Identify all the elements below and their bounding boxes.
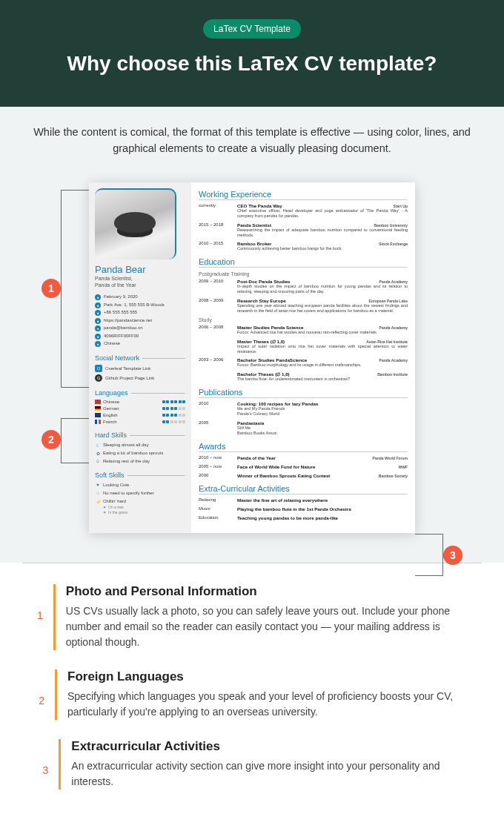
cv-name: Panda Bear [95, 264, 185, 275]
cv-skill-row: ♥Looking Cute [95, 482, 185, 488]
cv-work-heading: Working Experience [199, 190, 408, 200]
entry-desc: Focus: Advanced rice hat studies and nou… [237, 330, 408, 335]
entry-title: Master Theses (∅ 1,0) [237, 339, 285, 344]
info-text: 4096R/FF00FF00 [104, 334, 139, 338]
flag-icon [95, 406, 101, 411]
note-item: 3 Extracurricular Activities An extracur… [37, 739, 467, 790]
entry-desc: Continuously achieving better bamboo ban… [237, 246, 408, 251]
cv-photo [95, 188, 176, 259]
cv-entry: Relaxing Master the fine art of relaxing… [199, 497, 408, 503]
header: LaTex CV Template Why choose this LaTeX … [0, 0, 504, 107]
entry-title: Bamboo Broker [237, 241, 271, 246]
skill-icon: ☾ [95, 442, 101, 448]
cv-skill-row: ✿Eating a lot of bamboo sprouts [95, 450, 185, 456]
social-icon: G [95, 374, 102, 382]
entry-org: Asian Rice Hat Institute [366, 340, 408, 344]
entry-org: Stock Exchange [379, 242, 408, 246]
lang-name: French [103, 420, 117, 424]
cv-entry: currently CEO The Panda WayStart Up Chie… [199, 203, 408, 219]
entry-date: 2006 – 2008 [199, 325, 231, 335]
cv-info-row: ●Park Ave. 1, 555 555 B-Woods [95, 302, 185, 308]
cv-info-row: ●https://pandascience.net [95, 318, 185, 324]
entry-desc: Spending one year abroad teaching europe… [237, 303, 408, 314]
cv-side-social-heading: Social Network [95, 354, 185, 362]
cv-info-row: ●February 9, 2020 [95, 294, 185, 300]
cv-entry: 2009 – 2010 Post-Doc Panda StudiesPanda … [199, 279, 408, 294]
cv-entry: 2010 Cooking: 100 recipes for lazy Panda… [199, 401, 408, 417]
cv-tagline: Panda Scientist, Panda of the Year [95, 275, 185, 288]
entry-date: 2009 – 2010 [199, 279, 231, 294]
entry-org: Panda World Forum [373, 456, 408, 460]
cv-skill-row: ☺Relaxing rest of the day [95, 458, 185, 464]
entry-desc: In-depth studies on the impact of bamboo… [237, 284, 408, 294]
note-title: Extracurricular Activities [71, 739, 467, 754]
entry-org: Panda Academy [379, 358, 408, 363]
info-icon: ● [95, 325, 101, 331]
entry-org: Panda Academy [379, 325, 408, 330]
note-text: An extracurricular activity section can … [71, 758, 467, 790]
cv-lang-row: Chinese [95, 400, 185, 404]
cv-skill-sub: ✶On a tree [103, 505, 185, 509]
entry-date [199, 339, 231, 354]
cv-skill-row: ☾Sleeping almost all day [95, 442, 185, 448]
entry-date: 2000 [199, 473, 231, 478]
note-text: US CVs usually lack a photo, so you can … [66, 603, 467, 650]
skill-icon: ✿ [95, 450, 101, 456]
info-icon: ● [95, 341, 101, 347]
info-text: Chinese [104, 341, 120, 345]
social-label: Github Project Page Link [105, 376, 154, 380]
entry-title: Master Studies Panda Science [237, 325, 303, 330]
entry-org: Bamboo Society [379, 474, 408, 478]
flag-icon [95, 400, 101, 404]
entry-date: 2003 – 2006 [199, 357, 231, 368]
note-item: 1 Photo and Personal Information US CVs … [37, 584, 467, 650]
skill-icon: ⚡ [95, 498, 101, 504]
cv-entry: Master Theses (∅ 1,0)Asian Rice Hat Inst… [199, 339, 408, 354]
entry-desc: Me and My Panda Friends Panda's Culinary… [237, 406, 408, 417]
cv-entry: 2003 – 2006 Bachelor Studies PandaScienc… [199, 357, 408, 368]
lang-name: German [103, 406, 119, 411]
skill-sub-icon: ✶ [103, 505, 106, 509]
note-title: Foreign Languages [67, 669, 467, 684]
entry-title: Playing the bamboo flute in the 1st Pand… [237, 506, 351, 512]
entry-title: Bachelor Studies PandaScience [237, 357, 307, 363]
flag-icon [95, 420, 101, 424]
lang-name: Chinese [103, 400, 119, 404]
cv-social-row: GGithub Project Page Link [95, 374, 185, 382]
entry-title: Bachelor Theses (∅ 1,0) [237, 371, 290, 377]
entry-date: currently [199, 203, 231, 219]
cv-entry: Education Teaching young pandas to be mo… [199, 515, 408, 520]
flag-icon [95, 413, 101, 417]
entry-date: Education [199, 515, 231, 520]
entry-date: 2005 – now [199, 464, 231, 469]
category-badge: LaTex CV Template [203, 19, 301, 39]
info-text: February 9, 2020 [104, 294, 138, 299]
entry-date: 2015 – 2018 [199, 222, 231, 238]
note-number: 2 [37, 669, 44, 720]
entry-desc: Chief executive officer, Head developer … [237, 208, 408, 219]
info-text: Park Ave. 1, 555 555 B-Woods [104, 302, 165, 307]
cv-entry: 2005 – now Face of World Wide Fund for N… [199, 464, 408, 469]
lang-level [162, 400, 186, 403]
lang-level [162, 414, 186, 417]
entry-date: Relaxing [199, 497, 231, 503]
cv-entry: 2008 – 2009 Research Stay EuropeEuropean… [199, 298, 408, 314]
cv-document: Panda Bear Panda Scientist, Panda of the… [89, 182, 415, 533]
entry-title: Face of World Wide Fund for Nature [237, 464, 315, 469]
cv-pub-heading: Publications [199, 388, 408, 398]
entry-date: 2010 – now [199, 455, 231, 460]
info-text: https://pandascience.net [104, 318, 152, 322]
cv-info-row: ●panda@bamboo.cn [95, 325, 185, 331]
cv-contact-info: ●February 9, 2020●Park Ave. 1, 555 555 B… [95, 294, 185, 347]
intro-text: While the content is comical, the format… [0, 107, 504, 182]
cv-info-row: ●+86 555 555 555 [95, 310, 185, 316]
entry-desc: The bambo flute: An underestimated instr… [237, 377, 408, 382]
cv-entry: Bachelor Theses (∅ 1,0)Bamboo Institute … [199, 371, 408, 382]
entry-title: Research Stay Europe [237, 298, 286, 303]
note-number: 3 [37, 739, 48, 790]
info-text: +86 555 555 555 [104, 310, 137, 314]
note-title: Photo and Personal Information [66, 584, 467, 599]
page-title: Why choose this LaTeX CV template? [15, 50, 489, 77]
entry-org: Start Up [394, 204, 408, 208]
cv-edu-sub1: Postgraduate Training [199, 271, 408, 277]
